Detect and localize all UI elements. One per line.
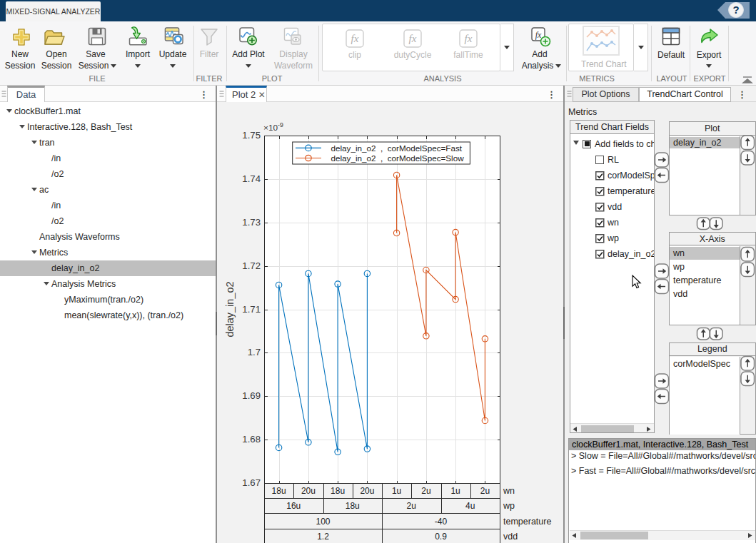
svg-text:18u: 18u	[346, 501, 360, 511]
svg-text:1.75: 1.75	[242, 130, 261, 141]
svg-text:1u: 1u	[392, 486, 401, 496]
svg-text:2u: 2u	[407, 501, 416, 511]
svg-text:1.7: 1.7	[248, 347, 261, 357]
svg-text:vdd: vdd	[503, 532, 518, 542]
svg-text:1.72: 1.72	[242, 260, 261, 271]
svg-text:4u: 4u	[465, 501, 475, 511]
svg-text:wn: wn	[503, 486, 515, 496]
svg-text:delay_in_o2: delay_in_o2	[224, 281, 236, 337]
svg-text:fx: fx	[535, 30, 542, 40]
svg-text:1.74: 1.74	[242, 173, 261, 184]
svg-text:1.69: 1.69	[242, 390, 261, 401]
svg-text:18u: 18u	[331, 486, 345, 496]
svg-text:18u: 18u	[272, 486, 286, 496]
svg-text:2u: 2u	[421, 486, 430, 496]
svg-text:1u: 1u	[450, 486, 460, 496]
svg-text:1.68: 1.68	[242, 434, 261, 445]
svg-text:100: 100	[316, 517, 330, 527]
svg-text:fx: fx	[351, 33, 359, 44]
svg-text:delay_in_o2 , corModelSpec=S: delay_in_o2 , corModelSpec=Slow	[331, 153, 465, 163]
svg-text:1.67: 1.67	[242, 477, 261, 488]
svg-text:1.73: 1.73	[242, 217, 261, 228]
svg-text:delay_in_o2 , corModelSpec=F: delay_in_o2 , corModelSpec=Fast	[331, 143, 463, 153]
svg-text:1.2: 1.2	[317, 532, 329, 542]
svg-text:1.71: 1.71	[242, 304, 261, 315]
svg-text:0.9: 0.9	[435, 532, 447, 542]
svg-text:temperature: temperature	[503, 517, 551, 527]
svg-text:fx: fx	[409, 33, 417, 44]
svg-text:20u: 20u	[301, 486, 316, 496]
svg-text:fx: fx	[465, 33, 473, 44]
svg-text:wp: wp	[503, 501, 515, 511]
svg-text:×10-9: ×10-9	[263, 121, 283, 133]
svg-text:2u: 2u	[480, 486, 490, 496]
svg-text:20u: 20u	[360, 486, 374, 496]
svg-text:?: ?	[732, 4, 739, 16]
svg-text:16u: 16u	[286, 501, 301, 511]
svg-text:-40: -40	[435, 517, 448, 527]
